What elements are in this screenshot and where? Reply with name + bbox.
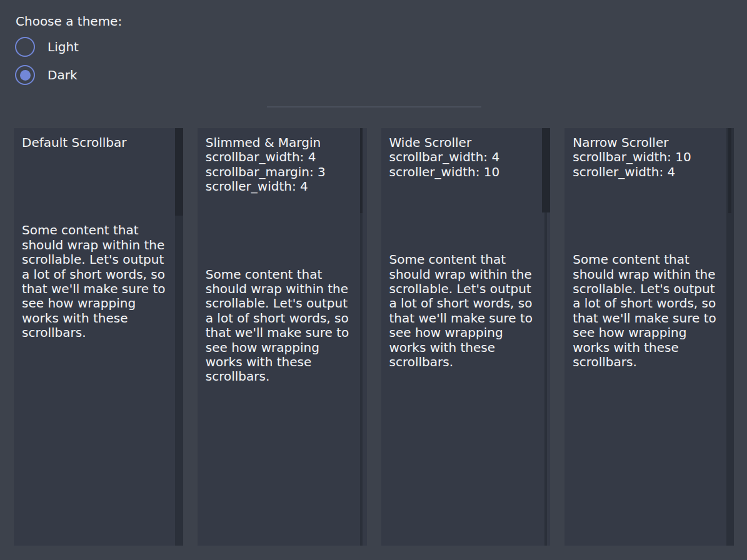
scrollbar-thumb[interactable] <box>728 128 731 213</box>
radio-circle-icon[interactable] <box>15 65 35 85</box>
card-content-area: Slimmed & Margin scrollbar_width: 4 scro… <box>198 128 367 384</box>
card-title: Wide Scroller scrollbar_width: 4 scrolle… <box>389 136 543 179</box>
scrollbar-thumb[interactable] <box>360 128 363 213</box>
scrollable-examples-row: Default Scrollbar Some content that shou… <box>14 128 734 546</box>
scrollable-slimmed-margin[interactable]: Slimmed & Margin scrollbar_width: 4 scro… <box>198 128 367 546</box>
card-text: Some content that should wrap within the… <box>573 252 721 369</box>
scrollbar-thumb[interactable] <box>175 128 183 216</box>
card-text: Some content that should wrap within the… <box>389 252 538 369</box>
scrollable-narrow-scroller[interactable]: Narrow Scroller scrollbar_width: 10 scro… <box>564 128 734 546</box>
radio-selected-dot-icon <box>20 70 31 81</box>
card-content-area: Wide Scroller scrollbar_width: 4 scrolle… <box>381 128 551 369</box>
radio-label-dark: Dark <box>48 68 77 82</box>
card-text: Some content that should wrap within the… <box>206 268 354 384</box>
card-content-area: Default Scrollbar Some content that shou… <box>14 128 183 341</box>
scrollable-default[interactable]: Default Scrollbar Some content that shou… <box>14 128 183 546</box>
card-title: Default Scrollbar <box>22 136 175 150</box>
section-divider <box>267 106 481 108</box>
radio-option-dark[interactable]: Dark <box>15 65 77 85</box>
scrollable-wide-scroller[interactable]: Wide Scroller scrollbar_width: 4 scrolle… <box>381 128 551 546</box>
card-content-area: Narrow Scroller scrollbar_width: 10 scro… <box>564 128 734 369</box>
radio-option-light[interactable]: Light <box>15 37 79 57</box>
radio-label-light: Light <box>48 40 79 54</box>
card-text: Some content that should wrap within the… <box>22 223 171 340</box>
scrollbar-thumb[interactable] <box>542 128 550 212</box>
card-title: Slimmed & Margin scrollbar_width: 4 scro… <box>206 136 359 194</box>
card-title: Narrow Scroller scrollbar_width: 10 scro… <box>573 136 726 179</box>
theme-prompt: Choose a theme: <box>16 14 122 29</box>
radio-circle-icon[interactable] <box>15 37 35 57</box>
